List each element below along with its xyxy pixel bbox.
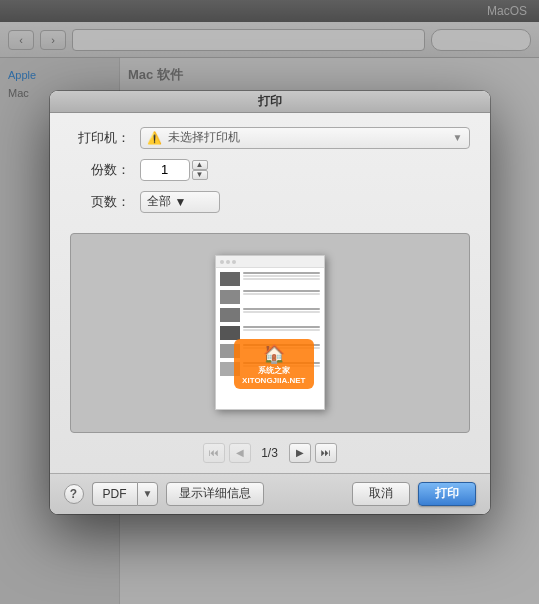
preview-line (243, 278, 320, 280)
details-button[interactable]: 显示详细信息 (166, 482, 264, 506)
copies-row: 份数： ▲ ▼ (70, 159, 470, 181)
preview-line (243, 275, 320, 277)
copies-input[interactable] (140, 159, 190, 181)
preview-line (243, 272, 320, 274)
pages-select-value: 全部 (147, 193, 171, 210)
help-label: ? (70, 487, 77, 501)
preview-line (243, 326, 320, 328)
prev-page-button[interactable]: ◀ (229, 443, 251, 463)
pdf-button-group: PDF ▼ (92, 482, 159, 506)
print-dialog: 打印 打印机： ⚠️ 未选择打印机 ▼ 份数： ▲ (50, 91, 490, 514)
printer-row: 打印机： ⚠️ 未选择打印机 ▼ (70, 127, 470, 149)
preview-page: 🏠 系统之家 XITONGJIIA.NET (215, 255, 325, 410)
page-info: 1/3 (255, 446, 285, 460)
printer-label: 打印机： (70, 129, 130, 147)
help-button[interactable]: ? (64, 484, 84, 504)
printer-select-value: 未选择打印机 (168, 129, 240, 146)
dialog-title-bar: 打印 (50, 91, 490, 113)
preview-line (243, 308, 320, 310)
preview-lines (243, 290, 320, 304)
preview-line (243, 290, 320, 292)
preview-article (220, 290, 320, 304)
first-page-button[interactable]: ⏮ (203, 443, 225, 463)
copies-decrement[interactable]: ▼ (192, 170, 208, 180)
preview-article (220, 272, 320, 286)
preview-lines (243, 308, 320, 322)
pages-select[interactable]: 全部 ▼ (140, 191, 220, 213)
preview-lines (243, 272, 320, 286)
pdf-button[interactable]: PDF (92, 482, 137, 506)
preview-line (243, 329, 320, 331)
details-label: 显示详细信息 (179, 485, 251, 502)
watermark-icon: 🏠 (263, 343, 285, 365)
print-label: 打印 (435, 485, 459, 502)
print-preview: 🏠 系统之家 XITONGJIIA.NET (70, 233, 470, 433)
dialog-title: 打印 (258, 93, 282, 110)
pdf-dropdown-button[interactable]: ▼ (137, 482, 159, 506)
preview-article (220, 308, 320, 322)
printer-select-container: ⚠️ 未选择打印机 ▼ (140, 127, 470, 149)
pdf-label: PDF (103, 487, 127, 501)
cancel-button[interactable]: 取消 (352, 482, 410, 506)
pagination-controls: ⏮ ◀ 1/3 ▶ ⏭ (50, 443, 490, 463)
preview-line (243, 311, 320, 313)
preview-dot (232, 260, 236, 264)
printer-select[interactable]: ⚠️ 未选择打印机 ▼ (140, 127, 470, 149)
preview-thumb (220, 290, 240, 304)
preview-dot (226, 260, 230, 264)
print-button[interactable]: 打印 (418, 482, 476, 506)
pdf-arrow-icon: ▼ (143, 488, 153, 499)
preview-watermark: 🏠 系统之家 XITONGJIIA.NET (234, 339, 313, 389)
cancel-label: 取消 (369, 485, 393, 502)
watermark-text-line1: 系统之家 (258, 365, 290, 376)
watermark-text-line2: XITONGJIIA.NET (242, 376, 305, 385)
copies-increment[interactable]: ▲ (192, 160, 208, 170)
preview-line (243, 293, 320, 295)
preview-thumb (220, 326, 240, 340)
printer-dropdown-arrow: ▼ (453, 132, 463, 143)
next-page-button[interactable]: ▶ (289, 443, 311, 463)
preview-article (220, 326, 320, 340)
pages-dropdown-arrow: ▼ (175, 195, 187, 209)
preview-lines (243, 326, 320, 340)
printer-icon: ⚠️ (147, 131, 162, 145)
last-page-button[interactable]: ⏭ (315, 443, 337, 463)
dialog-body: 打印机： ⚠️ 未选择打印机 ▼ 份数： ▲ ▼ (50, 113, 490, 233)
preview-dot (220, 260, 224, 264)
pages-row: 页数： 全部 ▼ (70, 191, 470, 213)
dialog-footer: ? PDF ▼ 显示详细信息 取消 打印 (50, 473, 490, 514)
copies-stepper: ▲ ▼ (192, 160, 208, 180)
preview-thumb (220, 308, 240, 322)
preview-header (216, 256, 324, 268)
copies-label: 份数： (70, 161, 130, 179)
modal-overlay: 打印 打印机： ⚠️ 未选择打印机 ▼ 份数： ▲ (0, 0, 539, 604)
pages-label: 页数： (70, 193, 130, 211)
preview-thumb (220, 272, 240, 286)
